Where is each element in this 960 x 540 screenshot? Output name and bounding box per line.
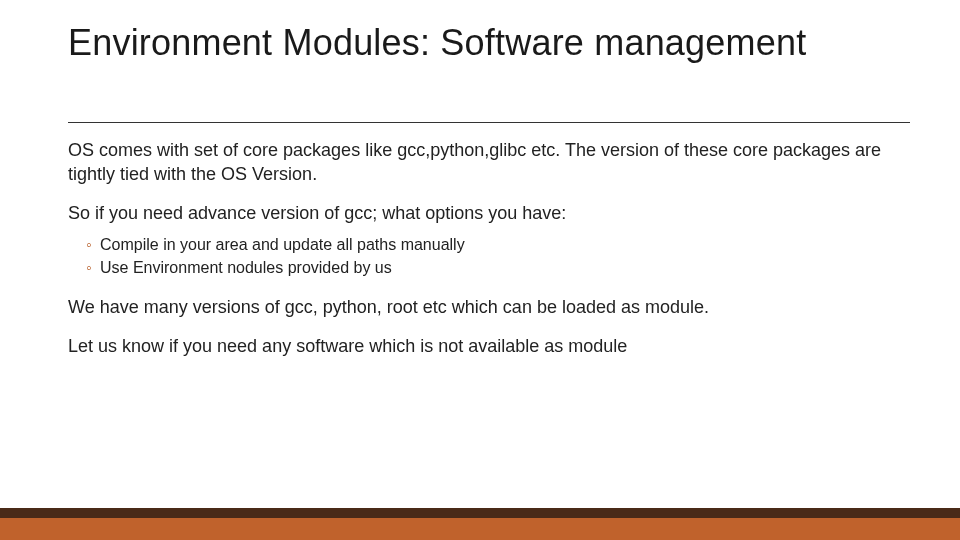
footer-bar (0, 508, 960, 540)
paragraph: Let us know if you need any software whi… (68, 334, 910, 358)
title-underline (68, 122, 910, 123)
paragraph: We have many versions of gcc, python, ro… (68, 295, 910, 319)
list-item: Use Environment nodules provided by us (86, 256, 910, 279)
paragraph: OS comes with set of core packages like … (68, 138, 910, 187)
footer-stripe-dark (0, 508, 960, 518)
paragraph: So if you need advance version of gcc; w… (68, 201, 910, 225)
list-item: Compile in your area and update all path… (86, 233, 910, 256)
slide: Environment Modules: Software management… (0, 0, 960, 540)
footer-stripe-orange (0, 518, 960, 540)
slide-body: OS comes with set of core packages like … (68, 138, 910, 372)
bullet-list: Compile in your area and update all path… (68, 233, 910, 279)
slide-title: Environment Modules: Software management (68, 22, 806, 64)
